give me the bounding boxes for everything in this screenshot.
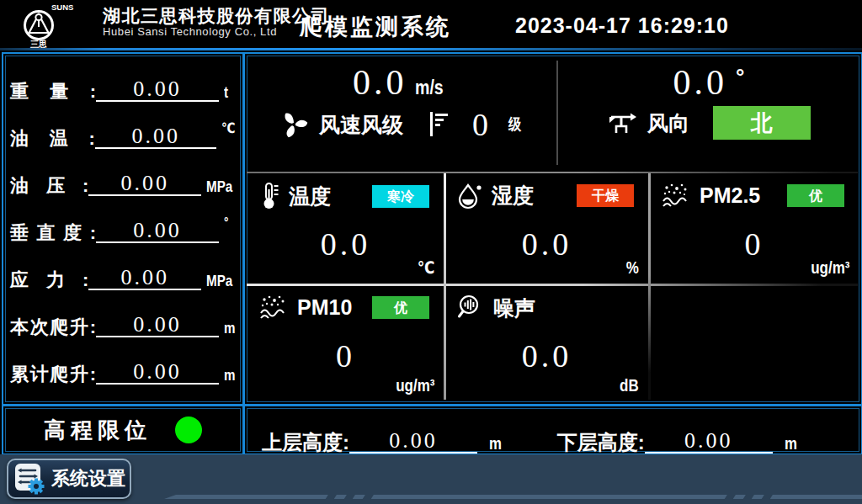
sensor-label: PM10: [297, 295, 352, 320]
company-logo-icon: SUNS 三思: [20, 2, 101, 49]
sensor-status-badge: 寒冷: [372, 185, 429, 208]
sensor-status-badge: 优: [372, 296, 429, 319]
sensor-label: PM2.5: [700, 183, 760, 208]
settings-sliders-gear-icon: [13, 462, 45, 496]
metrics-panel: 重量: 0.00 t 油温: 0.00 ℃ 油压: 0.00 MPa 垂直度: …: [2, 52, 244, 406]
sensor-status-badge: 优: [787, 184, 844, 207]
sensor-unit: ug/m³: [811, 258, 849, 278]
metric-value: 0.00: [88, 266, 201, 290]
heights-panel: 上层高度: 0.00 m 下层高度: 0.00 m: [243, 405, 862, 455]
page-title: 爬模监测系统: [300, 12, 451, 42]
metric-unit: m: [224, 366, 236, 385]
metric-unit: t: [224, 83, 228, 102]
system-settings-button[interactable]: 系统设置: [7, 459, 131, 499]
sensor-unit: ug/m³: [396, 376, 434, 395]
sensor-cell-noise: 噪声 0.0 dB: [444, 284, 649, 401]
environment-panel: 0.0 m/s 风速风级: [243, 52, 862, 406]
sensor-cell-pm10: PM10 优 0 ug/m³: [247, 284, 444, 401]
lower-height-label: 下层高度:: [557, 432, 645, 454]
wind-speed-label: 风速风级: [319, 111, 403, 139]
taskbar: 系统设置: [0, 454, 862, 504]
wind-speed-value: 0.0: [353, 64, 407, 101]
wind-level-value: 0: [472, 106, 488, 143]
metric-label: 油温:: [10, 129, 95, 149]
metric-unit: ℃: [221, 119, 235, 137]
metric-unit: MPa: [206, 272, 232, 290]
droplet-icon: [456, 183, 483, 210]
metric-label: 累计爬升:: [10, 364, 96, 385]
wind-direction-value: 0.0: [673, 64, 728, 101]
datetime-display: 2023-04-17 16:29:10: [515, 13, 729, 38]
logo-suns-text: SUNS: [51, 3, 73, 12]
sensor-unit: dB: [620, 376, 639, 395]
metric-label: 油压:: [10, 176, 88, 196]
lower-height-group: 下层高度: 0.00 m: [557, 429, 801, 454]
metric-row-weight: 重量: 0.00 t: [3, 60, 242, 107]
sensor-value: 0: [247, 337, 444, 374]
wind-direction-block: 0.0 ° 风向 北: [556, 54, 861, 172]
sensor-label: 湿度: [492, 182, 534, 210]
lower-height-unit: m: [785, 433, 797, 454]
metric-row-verticality: 垂直度: 0.00 °: [3, 201, 242, 248]
wind-section-divider: [556, 61, 558, 165]
sensor-grid: 温度 寒冷 0.0 ℃ 湿度 干燥 0.0 %: [247, 172, 859, 401]
taskbar-decor-band: [164, 495, 862, 499]
elevation-limit-panel: 高程限位: [2, 405, 244, 455]
metric-value: 0.00: [96, 313, 219, 337]
upper-height-label: 上层高度:: [262, 432, 349, 454]
header-divider: [0, 48, 862, 50]
sensor-cell-temperature: 温度 寒冷 0.0 ℃: [247, 172, 444, 284]
metric-label: 重量:: [10, 82, 96, 102]
upper-height-value: 0.00: [349, 429, 477, 454]
sensor-value: 0.0: [444, 337, 649, 374]
upper-height-unit: m: [489, 433, 502, 454]
metric-label: 本次爬升:: [10, 317, 96, 337]
fan-icon: [279, 109, 309, 140]
company-name: 湖北三思科技股份有限公司 Hubei Sansi Technology Co.,…: [103, 6, 330, 39]
wind-speed-block: 0.0 m/s 风速风级: [245, 54, 556, 172]
thermometer-icon: [258, 182, 280, 210]
company-name-cn: 湖北三思科技股份有限公司: [103, 6, 330, 26]
metric-unit: MPa: [206, 178, 232, 196]
wind-direction-unit: °: [736, 64, 744, 90]
wind-level-unit: 级: [508, 114, 521, 135]
wind-direction-badge: 北: [713, 106, 811, 140]
metric-value: 0.00: [88, 172, 201, 196]
wind-level-icon: [427, 109, 450, 140]
header: SUNS 三思 湖北三思科技股份有限公司 Hubei Sansi Technol…: [0, 0, 862, 48]
sensor-value: 0: [649, 225, 859, 263]
sensor-unit: ℃: [417, 257, 434, 278]
elevation-limit-label: 高程限位: [44, 416, 152, 445]
wind-vane-icon: [607, 110, 637, 135]
wind-direction-label: 风向: [647, 109, 689, 137]
system-settings-label: 系统设置: [51, 466, 125, 491]
sensor-label: 温度: [289, 183, 331, 210]
sensor-value: 0.0: [247, 225, 444, 263]
wind-speed-unit: m/s: [415, 77, 444, 99]
metric-row-oil-temp: 油温: 0.00 ℃: [3, 107, 242, 154]
dust-icon: [661, 182, 691, 209]
sensor-status-badge: 干燥: [577, 184, 634, 207]
metric-row-total-climb: 累计爬升: 0.00 m: [3, 342, 242, 390]
elevation-limit-status-light: [175, 416, 202, 443]
sensor-label: 噪声: [493, 294, 535, 322]
metric-unit: m: [224, 319, 236, 337]
sensor-value: 0.0: [444, 225, 649, 263]
metric-label: 应力:: [10, 270, 88, 290]
noise-icon: [456, 294, 485, 322]
dust-icon: [258, 294, 289, 321]
metric-value: 0.00: [96, 360, 219, 385]
lower-height-value: 0.00: [645, 429, 773, 454]
metric-label: 垂直度:: [10, 223, 96, 243]
company-name-en: Hubei Sansi Technology Co., Ltd: [103, 26, 330, 39]
metric-value: 0.00: [96, 77, 219, 102]
metric-value: 0.00: [95, 125, 216, 149]
metric-value: 0.00: [96, 219, 219, 243]
upper-height-group: 上层高度: 0.00 m: [262, 429, 505, 454]
sensor-cell-empty: [649, 284, 859, 401]
metric-unit: °: [224, 215, 228, 231]
metric-row-oil-pressure: 油压: 0.00 MPa: [3, 154, 242, 201]
metric-row-current-climb: 本次爬升: 0.00 m: [3, 295, 242, 342]
wind-section: 0.0 m/s 风速风级: [245, 54, 861, 172]
sensor-cell-humidity: 湿度 干燥 0.0 %: [444, 172, 649, 284]
